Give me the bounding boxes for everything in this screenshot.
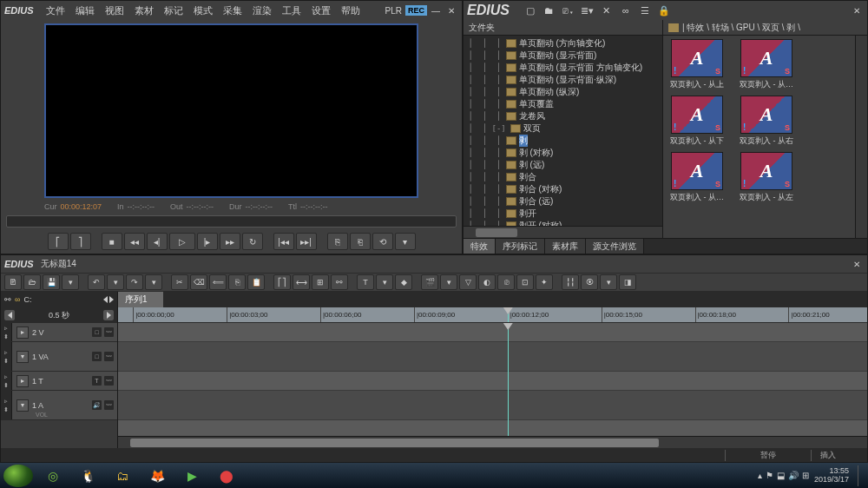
tree-item[interactable]: │ │ │ 剥合 — [464, 171, 662, 183]
nav-next-icon[interactable] — [109, 296, 114, 303]
new-button[interactable]: 🖹 — [4, 274, 22, 290]
tree-item[interactable]: │ │ │ 剥合 (对称) — [464, 183, 662, 195]
track-header[interactable]: ▹⬍▸2 V□〰 — [1, 323, 117, 342]
ripple-delete-button[interactable]: ⟸ — [209, 274, 227, 290]
save-dropdown[interactable]: ▾ — [62, 274, 79, 290]
group-button[interactable]: ⊞ — [312, 274, 329, 290]
open-button[interactable]: 🗁 — [23, 274, 41, 290]
tree-item[interactable]: │ │ │ 龙卷风 — [464, 110, 662, 122]
tree-item[interactable]: │ │ │ 剥 — [464, 135, 662, 147]
track-header[interactable]: ▹⬍▾1 AVOL🔊〰 — [1, 391, 117, 420]
lock-icon[interactable]: 🔒 — [657, 3, 671, 17]
show-desktop-button[interactable] — [858, 465, 865, 486]
transition-button[interactable]: ▽ — [459, 274, 477, 290]
tree-scrollbar-h[interactable] — [464, 226, 662, 238]
track-lane[interactable] — [118, 323, 867, 342]
marker-button[interactable]: ◆ — [395, 274, 412, 290]
thumb-scrollbar-v[interactable] — [855, 36, 867, 238]
insert-button[interactable]: ⎘ — [327, 233, 348, 250]
menu-编辑[interactable]: 编辑 — [70, 3, 100, 17]
set-out-button[interactable]: ⎤ — [70, 233, 91, 250]
start-button[interactable] — [3, 465, 33, 487]
title-dropdown[interactable]: ▾ — [376, 274, 393, 290]
taskbar-qq-icon[interactable]: 🐧 — [71, 465, 104, 487]
audio-mixer-button[interactable]: ⎚ — [497, 274, 515, 290]
nav-prev-icon[interactable] — [103, 296, 108, 303]
zoom-in-button[interactable] — [103, 310, 114, 320]
tray-network-icon[interactable]: ⬓ — [777, 471, 785, 480]
taskbar-edius-icon[interactable]: ▶ — [175, 465, 208, 487]
preview-scrubber[interactable] — [6, 215, 457, 228]
goto-prev-edit-button[interactable]: |◂◂ — [273, 233, 294, 250]
play-button[interactable]: ▷ — [169, 233, 195, 250]
sequence-tab[interactable]: 序列1 — [118, 292, 163, 307]
menu-帮助[interactable]: 帮助 — [336, 3, 365, 17]
record-button[interactable]: ⦿ — [581, 274, 598, 290]
cut-button[interactable]: ✂ — [171, 274, 188, 290]
replace-button[interactable]: ⟲ — [372, 233, 393, 250]
zoom-out-button[interactable] — [4, 310, 15, 320]
video-preview[interactable] — [44, 23, 418, 198]
browser-close-button[interactable]: ✕ — [850, 4, 864, 16]
rec-badge[interactable]: REC — [405, 5, 427, 16]
goto-next-edit-button[interactable]: ▸▸| — [296, 233, 317, 250]
tree-item[interactable]: │ │ │ 剥合 (远) — [464, 195, 662, 208]
tree-item[interactable]: │ │ │ 剥 (对称) — [464, 147, 662, 159]
browser-tab[interactable]: 源文件浏览 — [586, 239, 644, 254]
effect-thumbnail[interactable]: !S双页剥入 - 从下 — [667, 96, 727, 147]
tree-item[interactable]: │ │ │ 单页翻动 (显示背面) — [464, 49, 662, 62]
menu-视图[interactable]: 视图 — [100, 3, 129, 17]
timecode-cur[interactable]: 00:00:12:07 — [61, 202, 102, 211]
redo-button[interactable]: ↷ — [126, 274, 143, 290]
effect-thumbnail[interactable]: !S双页剥入 - 从… — [667, 152, 727, 203]
fader-button[interactable]: ╎╎ — [562, 274, 579, 290]
tree-item[interactable]: │ │ │ 单页翻动 (显示背面 方向轴变化) — [464, 62, 662, 74]
more-button[interactable]: ◨ — [619, 274, 636, 290]
track-lane[interactable] — [118, 391, 867, 420]
browser-tab[interactable]: 素材库 — [545, 239, 586, 254]
clip-dropdown-button[interactable]: ▾ — [395, 233, 416, 250]
timeline-ruler[interactable]: |00:00:00;00|00:00:03;00|00:00:06;00|00:… — [118, 307, 867, 323]
tree-item[interactable]: │ │ │ 单页覆盖 — [464, 98, 662, 110]
menu-文件[interactable]: 文件 — [41, 3, 70, 17]
track-lane[interactable] — [118, 372, 867, 391]
loop-button[interactable]: ↻ — [242, 233, 263, 250]
stop-button[interactable]: ■ — [102, 233, 122, 250]
link-button[interactable]: ⚯ — [331, 274, 348, 290]
trim-button[interactable]: ⎡⎤ — [273, 274, 291, 290]
thumbnail-grid[interactable]: !S双页剥入 - 从上!S双页剥入 - 从…!S双页剥入 - 从下!S双页剥入 … — [663, 36, 855, 238]
tree-item[interactable]: │ │ │ 剥 (远) — [464, 159, 662, 171]
paste-button[interactable]: 📋 — [247, 274, 265, 290]
menu-素材[interactable]: 素材 — [129, 3, 159, 17]
loop-icon[interactable]: ∞ — [15, 295, 20, 304]
taskbar-record-icon[interactable]: ⬤ — [210, 465, 243, 487]
menu-标记[interactable]: 标记 — [159, 3, 188, 17]
link-icon[interactable]: ∞ — [619, 3, 633, 17]
delete-icon[interactable]: ✕ — [600, 3, 614, 17]
undo-button[interactable]: ↶ — [88, 274, 105, 290]
prev-frame-button[interactable]: ◂| — [147, 233, 168, 250]
taskbar-chrome-icon[interactable]: ◎ — [36, 465, 69, 487]
render-dropdown[interactable]: ▾ — [440, 274, 457, 290]
close-button[interactable]: ✕ — [444, 4, 458, 16]
tray-up-icon[interactable]: ▴ — [758, 471, 762, 480]
effect-thumbnail[interactable]: !S双页剥入 - 从上 — [667, 39, 727, 90]
save-button[interactable]: 💾 — [43, 274, 60, 290]
copy-button[interactable]: ⎘ — [228, 274, 246, 290]
menu-模式[interactable]: 模式 — [188, 3, 218, 17]
minimize-button[interactable]: — — [429, 4, 443, 16]
tree-item[interactable]: │ │ │ 剥开 (对称) — [464, 220, 662, 226]
next-frame-button[interactable]: |▸ — [197, 233, 218, 250]
chain-icon[interactable]: ⚯ — [4, 295, 11, 304]
zoom-value[interactable]: 0.5 秒 — [18, 310, 100, 321]
effect-tree[interactable]: │ │ │ 单页翻动 (方向轴变化) │ │ │ 单页翻动 (显示背面) │ │… — [464, 36, 662, 226]
timeline-close-button[interactable]: ✕ — [850, 258, 864, 270]
set-in-button[interactable]: ⎡ — [48, 233, 69, 250]
effect-thumbnail[interactable]: !S双页剥入 - 从左 — [736, 152, 797, 203]
tree-item[interactable]: │ │ │ 单页翻动 (方向轴变化) — [464, 37, 662, 49]
cursor-mode-icon[interactable]: C: — [23, 295, 31, 304]
render-button[interactable]: 🎬 — [421, 274, 438, 290]
timeline-scrollbar-h[interactable] — [118, 436, 867, 448]
taskbar-firefox-icon[interactable]: 🦊 — [141, 465, 174, 487]
tree-icon[interactable]: 🖿 — [542, 3, 556, 17]
